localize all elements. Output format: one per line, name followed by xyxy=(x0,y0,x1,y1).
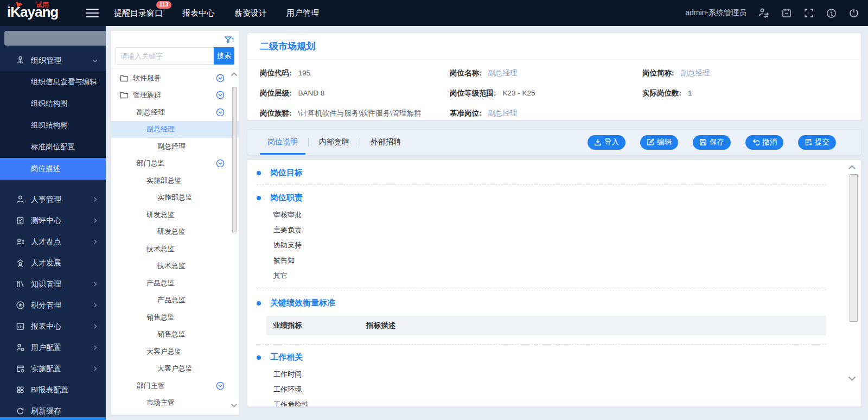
tab-position-description[interactable]: 岗位说明 xyxy=(257,130,308,155)
tree-node[interactable]: 技术总监 xyxy=(111,258,239,275)
sidebar-item-report-center[interactable]: 报表中心 xyxy=(0,316,106,337)
field-label: 岗位层级: xyxy=(260,89,292,97)
notification-badge: 113 xyxy=(156,1,171,9)
talent-development-icon xyxy=(16,258,25,268)
position-description-content: 岗位目标 岗位职责 审核审批 主要负责 协助支持 被告知 其它 关键绩效衡量标准… xyxy=(247,160,861,407)
info-icon[interactable] xyxy=(826,8,837,19)
trial-badge: 试用 xyxy=(36,1,49,10)
field-value-actual-count: 1 xyxy=(688,89,692,97)
tree-node[interactable]: 技术总监 xyxy=(111,240,239,258)
talent-review-icon xyxy=(16,237,25,246)
field-value-position-family: \计算机软件与服务\软件服务\管理族群 xyxy=(298,109,422,117)
settings-panel-icon xyxy=(16,364,25,373)
tree-node[interactable]: 市场主管 xyxy=(111,394,239,412)
content-scroll-down-icon[interactable] xyxy=(848,376,856,381)
fullscreen-icon[interactable] xyxy=(803,8,814,18)
sidebar-item-talent-development[interactable]: 人才发展 xyxy=(0,252,106,273)
sidebar: 组织管理 组织信息查看与编辑 组织结构图 组织结构树 标准岗位配置 岗位描述 人… xyxy=(0,26,106,420)
save-icon xyxy=(699,138,707,146)
tree-node[interactable]: 软件服务 xyxy=(111,69,239,87)
logout-power-icon[interactable] xyxy=(848,8,859,18)
tree-node[interactable]: 副总经理 xyxy=(111,138,239,155)
field-value-band: BAND 8 xyxy=(298,89,325,97)
top-navigation: 提醒目录窗口 113 报表中心 薪资设计 用户管理 xyxy=(114,8,319,18)
menu-toggle-icon[interactable] xyxy=(86,9,99,17)
tree-node[interactable]: 部门总监 xyxy=(111,155,239,173)
sidebar-item-org-info-edit[interactable]: 组织信息查看与编辑 xyxy=(0,71,106,93)
tree-search-input[interactable] xyxy=(116,47,214,65)
bullet-icon xyxy=(257,355,261,360)
tab-external-recruitment[interactable]: 外部招聘 xyxy=(360,130,411,155)
position-info-card: 二级市场规划 岗位代码:195 岗位名称:副总经理 岗位简称:副总经理 岗位层级… xyxy=(247,33,861,120)
org-icon xyxy=(16,56,25,65)
bi-grid-icon xyxy=(16,385,25,394)
tree-node[interactable]: 销售总监 xyxy=(111,326,239,343)
tab-internal-recruitment[interactable]: 内部竞聘 xyxy=(309,130,360,155)
logo-text: iKayang xyxy=(7,4,58,21)
tree-node[interactable]: 副总经理 xyxy=(111,104,239,121)
sidebar-item-org-tree[interactable]: 组织结构树 xyxy=(0,114,106,136)
field-value-grade-range: K23 - K25 xyxy=(503,89,535,97)
tree-node[interactable]: 大客户总监 xyxy=(111,343,239,360)
edit-button[interactable]: 编辑 xyxy=(640,135,678,150)
sidebar-item-position-description[interactable]: 岗位描述 xyxy=(0,158,106,180)
tree-node-selected[interactable]: 副总经理 xyxy=(111,121,239,138)
refresh-icon xyxy=(16,406,25,416)
expand-chevron-icon[interactable] xyxy=(216,108,225,117)
sidebar-item-knowledge-management[interactable]: 知识管理 xyxy=(0,273,106,295)
chevron-right-icon xyxy=(92,239,98,245)
tree-node[interactable]: 大客户总监 xyxy=(111,360,239,378)
field-label: 实际岗位数: xyxy=(642,89,681,97)
sidebar-item-user-config[interactable]: 用户配置 xyxy=(0,337,106,358)
expand-chevron-icon[interactable] xyxy=(216,159,225,168)
tree-node[interactable]: 产品总监 xyxy=(111,275,239,292)
tree-node[interactable]: 实施部总监 xyxy=(111,189,239,207)
tree-scroll-down-icon[interactable] xyxy=(231,403,238,408)
tree-scroll-up-icon[interactable] xyxy=(231,72,238,77)
edit-icon xyxy=(647,138,654,146)
tree-search-button[interactable]: 搜索 xyxy=(214,47,234,65)
nav-item-reports[interactable]: 报表中心 xyxy=(182,8,215,18)
tree-scrollbar-thumb[interactable] xyxy=(232,87,237,233)
sidebar-item-hr-management[interactable]: 人事管理 xyxy=(0,189,106,210)
field-label: 岗位名称: xyxy=(450,69,482,77)
content-scrollbar-thumb[interactable] xyxy=(850,174,858,322)
tree-node[interactable]: 销售总监 xyxy=(111,309,239,326)
field-label: 岗位族群: xyxy=(260,109,292,117)
save-button[interactable]: 保存 xyxy=(693,135,731,150)
content-scroll-up-icon[interactable] xyxy=(848,164,856,170)
import-button[interactable]: 导入 xyxy=(588,135,626,150)
sidebar-item-implementation-config[interactable]: 实施配置 xyxy=(0,358,106,379)
sidebar-search-input[interactable] xyxy=(4,31,106,46)
field-value-position-short-name: 副总经理 xyxy=(681,69,710,77)
undo-button[interactable]: 撤消 xyxy=(745,135,783,150)
expand-chevron-icon[interactable] xyxy=(216,381,225,390)
tree-node[interactable]: 部门主管 xyxy=(111,377,239,394)
sidebar-item-org-chart[interactable]: 组织结构图 xyxy=(0,93,106,114)
tree-node[interactable]: 研发总监 xyxy=(111,206,239,224)
sidebar-item-talent-review[interactable]: 人才盘点 xyxy=(0,231,106,252)
sidebar-item-bi-report-config[interactable]: BI报表配置 xyxy=(0,379,106,400)
switch-user-icon[interactable] xyxy=(758,8,770,18)
tree-node[interactable]: 管理族群 xyxy=(111,87,239,104)
app-logo[interactable]: iKayang 试用 xyxy=(0,0,81,26)
tree-node[interactable]: 实施部总监 xyxy=(111,172,239,189)
chevron-right-icon xyxy=(92,218,98,224)
bullet-icon xyxy=(257,196,261,200)
nav-item-reminder[interactable]: 提醒目录窗口 113 xyxy=(114,8,163,18)
nav-item-users[interactable]: 用户管理 xyxy=(286,8,319,18)
sidebar-item-points-management[interactable]: 积分管理 xyxy=(0,295,106,316)
nav-item-salary[interactable]: 薪资设计 xyxy=(234,8,267,18)
field-value-position-code: 195 xyxy=(298,69,311,77)
expand-chevron-icon[interactable] xyxy=(216,74,225,82)
submit-button[interactable]: 提交 xyxy=(798,135,836,150)
calendar-icon[interactable] xyxy=(781,8,792,18)
sidebar-item-org-management[interactable]: 组织管理 xyxy=(0,50,106,71)
filter-icon[interactable] xyxy=(224,35,234,46)
tree-node[interactable]: 研发总监 xyxy=(111,224,239,241)
sidebar-item-assessment-center[interactable]: 测评中心 xyxy=(0,210,106,231)
duty-item: 其它 xyxy=(273,268,861,283)
expand-chevron-icon[interactable] xyxy=(216,91,225,99)
tree-node[interactable]: 产品总监 xyxy=(111,292,239,309)
sidebar-item-standard-position-config[interactable]: 标准岗位配置 xyxy=(0,136,106,158)
